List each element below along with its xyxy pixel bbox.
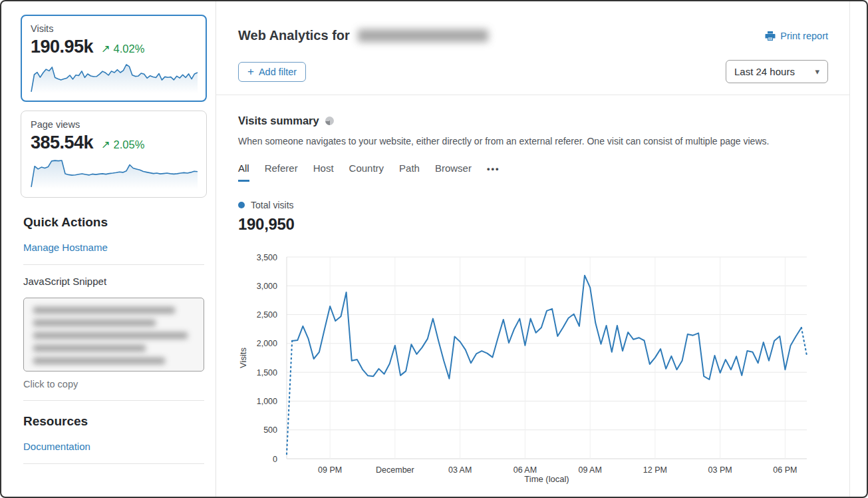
tab-host[interactable]: Host <box>313 162 334 182</box>
blurred-code-line <box>33 320 156 326</box>
svg-text:1,500: 1,500 <box>257 368 277 377</box>
divider <box>23 463 204 464</box>
svg-text:03 PM: 03 PM <box>708 465 732 475</box>
app-window: Visits 190.95k ↗ 4.02% Page views 385.54… <box>0 0 868 498</box>
page-title: Web Analytics for <box>238 28 488 43</box>
legend-label: Total visits <box>251 200 294 210</box>
page-views-sparkline <box>31 156 197 190</box>
svg-text:Time (local): Time (local) <box>524 474 569 484</box>
visits-line-chart[interactable]: 05001,0001,5002,0002,5003,0003,50009 PMD… <box>238 252 828 489</box>
svg-text:December: December <box>376 465 414 475</box>
time-range-select[interactable]: Last 24 hours ▾ <box>726 60 828 83</box>
svg-text:3,500: 3,500 <box>257 253 277 262</box>
tab-all[interactable]: All <box>238 162 249 182</box>
javascript-snippet-label: JavaScript Snippet <box>23 276 204 287</box>
content-right-divider <box>849 1 850 497</box>
metric-card-page-views[interactable]: Page views 385.54k ↗ 2.05% <box>21 111 207 198</box>
trend-up-icon: ↗ <box>101 138 110 150</box>
blurred-code-line <box>33 332 188 339</box>
tab-country[interactable]: Country <box>349 162 384 182</box>
blurred-code-line <box>33 358 165 364</box>
total-visits-value: 190,950 <box>238 215 828 234</box>
metric-value: 190.95k <box>31 37 93 57</box>
svg-text:3,000: 3,000 <box>257 282 277 291</box>
printer-icon <box>765 31 776 41</box>
metric-delta: ↗ 4.02% <box>101 43 144 55</box>
summary-tabs: All Referer Host Country Path Browser ••… <box>238 162 828 182</box>
legend-dot-icon <box>238 202 245 208</box>
visits-summary-description: When someone navigates to your website, … <box>238 136 828 146</box>
svg-text:Visits: Visits <box>238 348 248 368</box>
divider <box>23 264 204 265</box>
svg-text:06 AM: 06 AM <box>513 465 537 475</box>
blurred-code-line <box>33 345 146 352</box>
metric-card-visits[interactable]: Visits 190.95k ↗ 4.02% <box>21 15 207 102</box>
manage-hostname-link[interactable]: Manage Hostname <box>23 242 108 253</box>
tab-referer[interactable]: Referer <box>265 162 298 182</box>
chart-legend: Total visits <box>238 200 828 210</box>
print-report-label: Print report <box>780 31 828 41</box>
svg-text:06 PM: 06 PM <box>773 465 797 475</box>
metric-value: 385.54k <box>31 132 93 153</box>
add-filter-button[interactable]: + Add filter <box>238 62 306 82</box>
svg-text:09 PM: 09 PM <box>318 465 342 475</box>
tab-path[interactable]: Path <box>399 162 420 182</box>
documentation-link[interactable]: Documentation <box>23 441 90 452</box>
help-icon[interactable] <box>325 117 334 125</box>
svg-text:09 AM: 09 AM <box>578 465 601 475</box>
svg-text:03 AM: 03 AM <box>448 465 472 475</box>
svg-text:2,500: 2,500 <box>257 310 277 320</box>
metric-label: Visits <box>31 23 197 34</box>
blurred-code-line <box>33 307 175 314</box>
resources-heading: Resources <box>23 414 204 429</box>
visits-sparkline <box>31 60 197 95</box>
svg-text:2,000: 2,000 <box>257 339 277 348</box>
main-panel: Web Analytics for Print report + A <box>216 1 867 497</box>
print-report-button[interactable]: Print report <box>765 31 828 41</box>
divider <box>23 400 204 401</box>
metric-delta: ↗ 2.05% <box>101 138 144 151</box>
svg-text:1,000: 1,000 <box>257 397 277 406</box>
sidebar: Visits 190.95k ↗ 4.02% Page views 385.54… <box>1 1 216 497</box>
visits-summary-title: Visits summary <box>238 115 319 127</box>
code-snippet-blurred[interactable] <box>23 298 204 372</box>
blurred-site-domain <box>358 29 488 42</box>
quick-actions-heading: Quick Actions <box>23 215 204 230</box>
plus-icon: + <box>247 66 254 77</box>
more-tabs-ellipsis-icon[interactable]: ••• <box>487 164 500 182</box>
click-to-copy-hint: Click to copy <box>23 379 204 389</box>
svg-text:500: 500 <box>263 425 277 435</box>
svg-text:12 PM: 12 PM <box>643 465 667 475</box>
time-range-value: Last 24 hours <box>734 66 795 77</box>
svg-text:0: 0 <box>273 455 277 464</box>
trend-up-icon: ↗ <box>101 43 110 55</box>
chevron-down-icon: ▾ <box>815 67 819 77</box>
tab-browser[interactable]: Browser <box>435 162 472 182</box>
divider <box>216 95 849 95</box>
metric-label: Page views <box>31 119 197 130</box>
